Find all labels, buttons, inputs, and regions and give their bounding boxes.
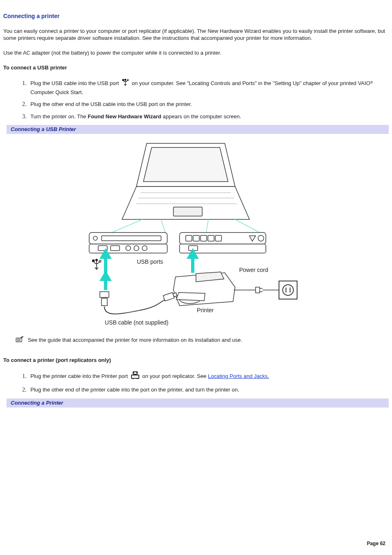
page-title: Connecting a printer [3,12,389,20]
figure-caption-printer: Connecting a Printer [5,398,389,408]
svg-rect-48 [101,298,107,306]
page-number: Page 62 [367,540,385,547]
svg-point-18 [142,246,147,251]
svg-point-28 [258,235,264,241]
svg-line-9 [161,219,165,233]
usb-step-3a: Turn the printer on. The [30,113,88,120]
figure-usb-printer: USB ports Power cord Printer USB cable (… [73,137,319,326]
svg-point-16 [126,246,131,251]
section-replicator-title: To connect a printer (port replicators o… [3,357,389,364]
svg-rect-26 [208,235,214,241]
note-pencil-icon [16,336,24,345]
registered-mark: ® [370,81,373,85]
usb-step-2: Plug the other end of the USB cable into… [28,101,389,108]
svg-point-30 [96,259,97,261]
usb-steps-list: Plug the USB cable into the USB port on … [14,78,389,120]
svg-rect-25 [201,235,207,241]
svg-point-17 [134,246,139,251]
svg-rect-32 [92,260,95,262]
usb-step-1: Plug the USB cable into the USB port on … [28,78,389,96]
printer-port-icon [131,371,140,382]
rep-step-1a: Plug the printer cable into the Printer … [30,373,129,379]
svg-rect-15 [111,246,120,251]
usb-step-1b: on your computer. See "Locating Controls… [132,80,370,86]
rep-step-1: Plug the printer cable into the Printer … [28,371,389,382]
label-power-cord: Power cord [239,266,268,274]
svg-marker-52 [102,274,109,279]
usb-step-1c: Computer Quick Start. [30,89,83,95]
svg-rect-24 [193,235,199,241]
figure-svg [73,137,319,326]
svg-point-19 [93,236,97,240]
svg-line-8 [112,219,143,233]
usb-trident-icon [122,78,129,89]
svg-rect-39 [256,287,260,293]
svg-line-11 [235,219,260,233]
svg-rect-47 [100,292,109,297]
rep-step-2: Plug the other end of the printer cable … [28,386,389,394]
figure-caption-usb: Connecting a USB Printer [5,125,389,134]
intro-paragraph-1: You can easily connect a printer to your… [3,28,389,42]
svg-point-3 [127,79,128,81]
svg-point-44 [283,285,293,295]
usb-step-3-bold: Found New Hardware Wizard [88,113,161,120]
svg-rect-20 [101,236,161,241]
svg-rect-27 [215,235,221,241]
intro-paragraph-2: Use the AC adapter (not the battery) to … [3,49,389,57]
label-usb-cable: USB cable (not supplied) [105,319,168,327]
svg-marker-37 [189,251,196,257]
svg-rect-50 [173,292,177,297]
svg-marker-35 [102,251,109,257]
svg-rect-7 [173,207,202,216]
svg-rect-57 [131,375,139,378]
link-locating-ports[interactable]: Locating Ports and Jacks. [208,373,269,379]
svg-point-33 [99,260,101,262]
rep-step-1b: on your port replicator. See [142,373,208,379]
note-line: See the guide that accompanied the print… [16,336,389,345]
label-usb-ports: USB ports [137,258,163,266]
label-printer: Printer [197,306,214,314]
usb-step-1a: Plug the USB cable into the USB port [30,80,120,86]
svg-rect-23 [186,235,192,241]
svg-line-10 [206,219,208,233]
usb-step-3: Turn the printer on. The Found New Hardw… [28,113,389,120]
replicator-steps-list: Plug the printer cable into the Printer … [14,371,389,394]
usb-step-3c: appears on the computer screen. [161,113,241,120]
note-text: See the guide that accompanied the print… [28,337,242,343]
document-page: Connecting a printer You can easily conn… [0,0,392,555]
svg-rect-2 [122,79,124,81]
section-usb-title: To connect a USB printer [3,64,389,71]
svg-rect-53 [16,338,22,342]
